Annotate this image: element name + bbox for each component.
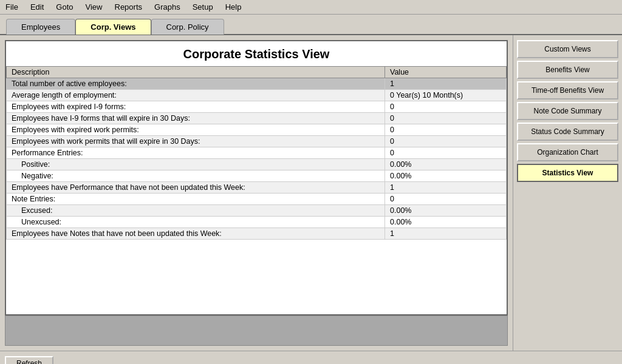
row-value: 0.00% (385, 170, 507, 182)
refresh-button[interactable]: Refresh (5, 356, 53, 365)
table-row: Negative:0.00% (7, 170, 507, 182)
col-description: Description (7, 67, 385, 78)
menubar: File Edit Goto View Reports Graphs Setup… (0, 0, 622, 15)
row-value: 0.00% (385, 217, 507, 228)
menu-goto[interactable]: Goto (53, 2, 75, 12)
row-value: 0 (385, 124, 507, 136)
table-container: Corporate Statistics View Description Va… (5, 40, 508, 315)
menu-file[interactable]: File (3, 2, 21, 12)
row-description: Performance Entries: (7, 147, 385, 159)
main-content: Corporate Statistics View Description Va… (0, 34, 622, 351)
center-panel: Corporate Statistics View Description Va… (0, 35, 513, 351)
table-row: Average length of employment:0 Year(s) 1… (7, 90, 507, 101)
sidebar-note-code-summary[interactable]: Note Code Summary (517, 102, 618, 120)
sidebar-benefits-view[interactable]: Benefits View (517, 61, 618, 79)
menu-setup[interactable]: Setup (190, 2, 216, 12)
row-value: 0 (385, 101, 507, 113)
bottom-buttons: Refresh (0, 351, 622, 364)
table-row: Performance Entries:0 (7, 147, 507, 159)
menu-help[interactable]: Help (223, 2, 244, 12)
row-description: Total number of active employees: (7, 78, 385, 90)
col-value: Value (385, 67, 507, 78)
row-value: 0 (385, 113, 507, 124)
row-description: Positive: (7, 159, 385, 170)
page-title: Corporate Statistics View (6, 41, 507, 66)
sidebar-timeoff-benefits[interactable]: Time-off Benefits View (517, 81, 618, 99)
row-value: 1 (385, 78, 507, 90)
table-row: Unexcused:0.00% (7, 217, 507, 228)
row-value: 0.00% (385, 159, 507, 170)
table-row: Employees with work permits that will ex… (7, 136, 507, 147)
row-value: 0 Year(s) 10 Month(s) (385, 90, 507, 101)
row-description: Employees have Notes that have not been … (7, 228, 385, 240)
row-description: Negative: (7, 170, 385, 182)
table-row: Employees with expired I-9 forms:0 (7, 101, 507, 113)
row-description: Unexcused: (7, 217, 385, 228)
table-row: Employees have Performance that have not… (7, 182, 507, 194)
table-row: Employees have Notes that have not been … (7, 228, 507, 240)
table-row: Total number of active employees:1 (7, 78, 507, 90)
menu-reports[interactable]: Reports (112, 2, 145, 12)
sidebar-custom-views[interactable]: Custom Views (517, 40, 618, 58)
tab-corp-views[interactable]: Corp. Views (75, 19, 151, 35)
row-description: Employees with expired I-9 forms: (7, 101, 385, 113)
row-value: 0 (385, 147, 507, 159)
tab-corp-policy[interactable]: Corp. Policy (151, 19, 224, 35)
table-row: Excused:0.00% (7, 205, 507, 217)
tab-employees[interactable]: Employees (6, 19, 75, 35)
menu-graphs[interactable]: Graphs (152, 2, 183, 12)
table-row: Positive:0.00% (7, 159, 507, 170)
sidebar-org-chart[interactable]: Organization Chart (517, 143, 618, 161)
tabbar: Employees Corp. Views Corp. Policy (0, 15, 622, 34)
sidebar-statistics-view[interactable]: Statistics View (517, 164, 618, 182)
row-value: 1 (385, 182, 507, 194)
menu-edit[interactable]: Edit (28, 2, 46, 12)
row-description: Employees have I-9 forms that will expir… (7, 113, 385, 124)
row-description: Excused: (7, 205, 385, 217)
table-row: Employees have I-9 forms that will expir… (7, 113, 507, 124)
row-description: Note Entries: (7, 194, 385, 205)
table-row: Employees with expired work permits:0 (7, 124, 507, 136)
row-value: 1 (385, 228, 507, 240)
row-value: 0.00% (385, 205, 507, 217)
row-description: Employees with expired work permits: (7, 124, 385, 136)
row-description: Employees have Performance that have not… (7, 182, 385, 194)
row-description: Employees with work permits that will ex… (7, 136, 385, 147)
bottom-strip (5, 315, 508, 346)
row-value: 0 (385, 136, 507, 147)
sidebar-status-code-summary[interactable]: Status Code Summary (517, 123, 618, 141)
table-row: Note Entries:0 (7, 194, 507, 205)
row-value: 0 (385, 194, 507, 205)
menu-view[interactable]: View (83, 2, 105, 12)
right-sidebar: Custom Views Benefits View Time-off Bene… (513, 35, 622, 351)
row-description: Average length of employment: (7, 90, 385, 101)
statistics-table: Description Value Total number of active… (6, 66, 507, 240)
